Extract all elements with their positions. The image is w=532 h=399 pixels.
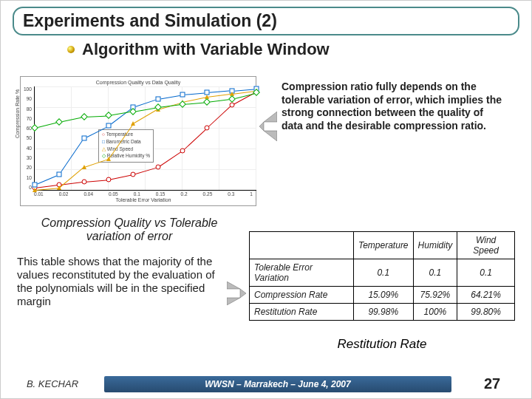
x-axis-label: Tolerable Error Variation [34,197,253,202]
subtitle: Algorithm with Variable Window [82,40,330,59]
slide: Experiments and Simulation (2) Algorithm… [0,0,532,399]
y-axis-label: Compression Rate % [15,89,20,138]
table-description: This table shows that the majority of th… [17,255,231,308]
chart-caption: Compression Quality vs Tolerable variati… [18,216,240,243]
plot-area: ○ Temperature □ Barometric Data △ Wind S… [34,86,256,191]
explanation-text: Compression ratio fully depends on the t… [282,81,503,132]
table-row: Restitution Rate 99.98% 100% 99.80% [250,304,515,321]
footer: B. KECHAR WWSN – Marrakech – June 4, 200… [1,375,532,392]
table-row: Compression Rate 15.09% 75.92% 64.21% [250,287,515,304]
page-number: 27 [451,375,532,392]
table-row: Tolerable Error Variation 0.1 0.1 0.1 [250,259,515,287]
table-header-row: Temperature Humidity Wind Speed [250,232,515,259]
arrow-left-icon [259,112,277,141]
author-name: B. KECHAR [1,378,104,389]
bullet-icon [67,46,75,53]
chart-frame: Compression Quality vs Data Quality 100 … [20,76,256,206]
event-label: WWSN – Marrakech – June 4, 2007 [104,376,451,392]
restitution-title: Restitution Rate [249,337,515,352]
y-ticks: 100 90 80 70 60 50 40 30 20 10 0 [24,86,32,190]
chart-container: Compression Quality vs Data Quality 100 … [20,76,256,206]
results-table: Temperature Humidity Wind Speed Tolerabl… [249,231,515,321]
subtitle-row: Algorithm with Variable Window [67,40,531,59]
chart-title: Compression Quality vs Data Quality [24,80,253,85]
arrow-right-icon [227,282,246,305]
slide-title: Experiments and Simulation (2) [13,7,519,35]
x-ticks: 0.01 0.02 0.04 0.05 0.1 0.15 0.2 0.25 0.… [34,191,253,197]
